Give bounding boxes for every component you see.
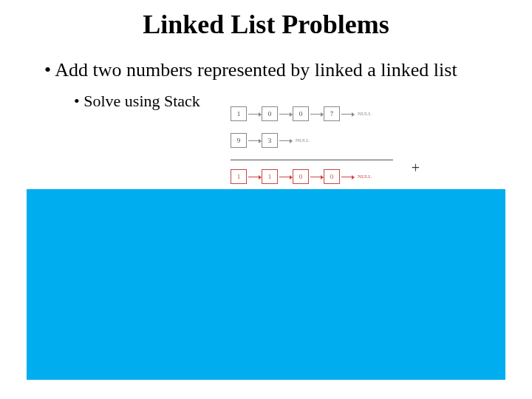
arrow-icon [248,114,260,115]
list-row-1: 1 0 0 7 NULL [231,106,393,121]
list-node: 0 [262,106,278,121]
list-node: 1 [231,169,247,184]
bullet-level1: Add two numbers represented by linked a … [44,59,532,81]
page-title: Linked List Problems [0,9,532,40]
plus-sign: + [412,160,420,177]
arrow-icon [341,114,353,115]
null-label: NULL [358,111,372,117]
arrow-icon [279,140,291,141]
linked-list-diagram: 1 0 0 7 NULL 9 3 NULL + 1 1 0 0 [231,106,393,196]
divider-line [231,160,393,160]
arrow-icon [310,177,322,177]
null-label: NULL [358,174,372,180]
arrow-icon [248,177,260,177]
list-node: 1 [231,106,247,121]
arrow-icon [279,114,291,115]
list-node: 7 [324,106,340,121]
arrow-icon [341,177,353,177]
list-node: 0 [293,169,309,184]
arrow-icon [248,140,260,141]
list-node: 1 [262,169,278,184]
list-node: 9 [231,133,247,148]
list-node: 0 [293,106,309,121]
slide: Linked List Problems Add two numbers rep… [0,0,532,399]
list-node: 0 [324,169,340,184]
list-node: 3 [262,133,278,148]
null-label: NULL [296,137,310,143]
overlay-block [27,189,505,380]
arrow-icon [279,177,291,177]
arrow-icon [310,114,322,115]
list-row-result: 1 1 0 0 NULL [231,169,393,184]
list-row-2: 9 3 NULL + [231,133,393,148]
